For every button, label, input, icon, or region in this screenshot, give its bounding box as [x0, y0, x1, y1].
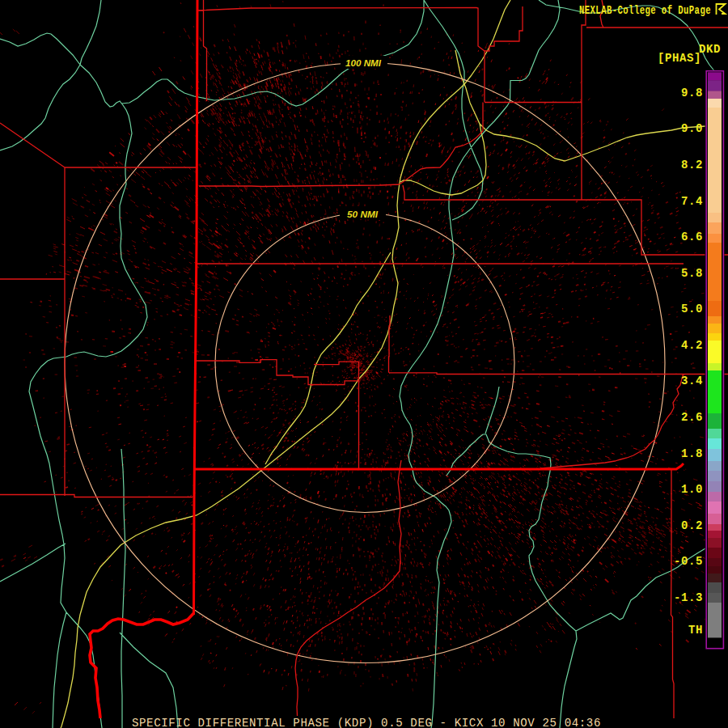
- svg-text:5.0: 5.0: [681, 303, 703, 315]
- svg-text:SPECIFIC DIFFERENTIAL PHASE (K: SPECIFIC DIFFERENTIAL PHASE (KDP) 0.5 DE…: [132, 717, 601, 728]
- svg-text:0.2: 0.2: [681, 519, 703, 532]
- svg-text:7.4: 7.4: [681, 195, 703, 208]
- svg-text:50 NMI: 50 NMI: [347, 210, 379, 219]
- svg-text:6.6: 6.6: [681, 231, 703, 243]
- svg-text:9.0: 9.0: [681, 122, 703, 135]
- svg-text:[PHAS]: [PHAS]: [658, 52, 701, 65]
- svg-text:9.8: 9.8: [681, 87, 703, 99]
- svg-text:5.8: 5.8: [681, 267, 703, 280]
- svg-text:3.4: 3.4: [681, 375, 703, 387]
- svg-text:1.8: 1.8: [681, 447, 703, 460]
- svg-text:4.2: 4.2: [681, 339, 703, 352]
- svg-text:100 NMI: 100 NMI: [345, 58, 382, 68]
- svg-text:1.0: 1.0: [681, 483, 703, 496]
- svg-text:8.2: 8.2: [681, 159, 703, 171]
- svg-text:-0.5: -0.5: [674, 555, 703, 568]
- svg-text:NEXLAB-College of DuPage: NEXLAB-College of DuPage: [579, 4, 711, 17]
- svg-text:TH: TH: [688, 624, 703, 637]
- svg-text:2.6: 2.6: [681, 411, 703, 424]
- svg-text:DKD: DKD: [699, 43, 721, 56]
- svg-text:-1.3: -1.3: [674, 591, 703, 604]
